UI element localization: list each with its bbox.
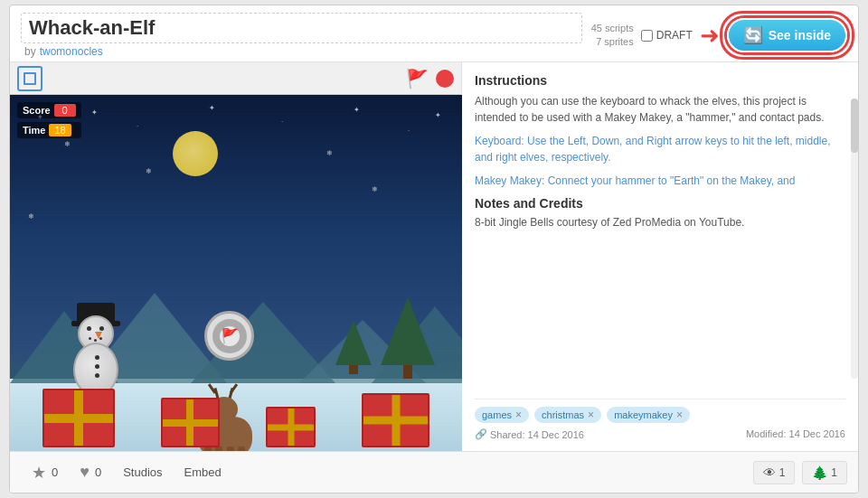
gift-4: [362, 393, 429, 447]
arrow-icon: ➜: [700, 22, 720, 50]
love-count: 0: [95, 465, 101, 479]
snowflake-3: ❄: [326, 149, 333, 157]
star-7: ·: [408, 127, 410, 135]
star-6: ✦: [354, 106, 360, 114]
see-inside-button[interactable]: 🔄 See inside: [727, 18, 847, 52]
stop-button[interactable]: [436, 70, 454, 88]
tree-right2: [335, 320, 372, 374]
meta-row: 🔗 Shared: 14 Dec 2016 Modified: 14 Dec 2…: [475, 428, 845, 440]
score-row: Score 0: [17, 102, 81, 118]
views-count: 1: [779, 466, 786, 479]
star-icon: ★: [32, 463, 46, 483]
views-stat: 👁 1: [753, 461, 796, 484]
stats-display: 45 scripts 7 sprites: [591, 22, 634, 50]
see-inside-label: See inside: [769, 28, 831, 42]
tag-games-label: games: [482, 409, 512, 420]
score-overlay: Score 0 Time 18: [17, 102, 81, 138]
snowflake-4: ❄: [372, 185, 378, 193]
scripts-stat: 45 scripts: [591, 22, 634, 35]
embed-label: Embed: [184, 465, 222, 479]
gift-3: [266, 407, 316, 447]
instructions-section: Instructions Although you can use the ke…: [475, 73, 845, 399]
moon: [173, 131, 218, 176]
remixes-count: 1: [831, 466, 837, 479]
right-panel: Instructions Although you can use the ke…: [462, 62, 858, 451]
remixes-stat: 🌲 1: [802, 461, 847, 484]
shared-date: 14 Dec 2016: [528, 429, 584, 440]
remix-icon: 🌲: [812, 465, 827, 480]
snowflake-5: ❄: [28, 212, 34, 221]
sprites-stat: 7 sprites: [591, 35, 634, 49]
star-8: ✦: [435, 111, 441, 119]
share-icon: 🔗: [475, 428, 487, 440]
snowflake-1: ❄: [64, 140, 71, 148]
gift-2: [161, 398, 220, 447]
tag-makeymakey-remove[interactable]: ×: [676, 409, 683, 421]
tag-christmas: christmas ×: [534, 407, 601, 423]
heart-icon: ♥: [80, 463, 90, 482]
studios-button[interactable]: Studios: [112, 458, 173, 486]
tags-row: games × christmas × makeymakey ×: [475, 399, 845, 423]
makey-instructions: Makey Makey: Connect your hammer to "Ear…: [475, 173, 845, 189]
shared-text: Shared:: [490, 429, 525, 440]
gifts-container: [10, 389, 462, 447]
fullscreen-icon[interactable]: [17, 66, 42, 91]
tag-games-remove[interactable]: ×: [515, 409, 522, 421]
gift-1: [42, 389, 115, 447]
star-count: 0: [52, 465, 58, 479]
star-4: ✦: [209, 104, 215, 112]
project-title: Whack-an-Elf: [21, 13, 582, 43]
love-button[interactable]: ♥ 0: [69, 456, 112, 489]
tag-makeymakey: makeymakey ×: [607, 407, 690, 423]
tag-makeymakey-label: makeymakey: [614, 409, 673, 420]
green-flag-button[interactable]: 🚩: [406, 68, 429, 89]
tag-christmas-remove[interactable]: ×: [588, 409, 594, 421]
tag-games: games ×: [475, 407, 529, 423]
game-canvas[interactable]: ✦ ✦ · ✦ · ✦ · ✦ ❄ ❄ ❄ ❄ ❄: [10, 95, 462, 451]
see-inside-wrapper: 🔄 See inside: [727, 18, 847, 52]
tree-right: [381, 297, 435, 379]
instructions-body: Although you can use the keyboard to wha…: [475, 93, 845, 126]
draft-input[interactable]: [641, 30, 653, 42]
keyboard-instructions: Keyboard: Use the Left, Down, and Right …: [475, 133, 845, 165]
time-row: Time 18: [17, 122, 81, 138]
target-circle: 🚩: [204, 311, 254, 361]
time-label: Time: [23, 125, 45, 136]
star-button[interactable]: ★ 0: [21, 456, 69, 490]
modified-date: 14 Dec 2016: [789, 428, 845, 439]
game-area: v462.1 🚩 ✦ ✦ · ✦ · ✦ · ✦ ❄ ❄ ❄: [10, 62, 462, 451]
modified-meta: Modified: 14 Dec 2016: [746, 428, 845, 440]
notes-title: Notes and Credits: [475, 196, 845, 211]
footer: ★ 0 ♥ 0 Studios Embed 👁 1 🌲 1: [10, 451, 858, 493]
scrollbar[interactable]: [851, 99, 858, 379]
scrollbar-thumb[interactable]: [851, 99, 858, 153]
game-toolbar: v462.1 🚩: [10, 62, 461, 95]
time-value: 18: [49, 124, 71, 136]
see-inside-icon: 🔄: [743, 25, 763, 45]
instructions-title: Instructions: [475, 73, 845, 88]
star-3: ·: [137, 122, 138, 130]
shared-meta: 🔗 Shared: 14 Dec 2016: [475, 428, 584, 440]
star-2: ✦: [91, 108, 98, 117]
snowman-character: [64, 306, 127, 397]
by-label: by: [24, 45, 36, 58]
star-5: ·: [281, 117, 283, 126]
score-value: 0: [54, 104, 76, 117]
score-label: Score: [23, 105, 51, 116]
footer-right: 👁 1 🌲 1: [753, 461, 847, 484]
tag-christmas-label: christmas: [542, 409, 584, 420]
draft-checkbox[interactable]: DRAFT: [641, 29, 693, 42]
snowflake-2: ❄: [146, 167, 152, 175]
draft-label: DRAFT: [656, 29, 693, 42]
embed-button[interactable]: Embed: [174, 458, 232, 486]
eye-icon: 👁: [763, 465, 776, 480]
target-flag-icon: 🚩: [221, 327, 239, 344]
modified-label: Modified:: [746, 428, 787, 439]
shared-label: 🔗 Shared: 14 Dec 2016: [475, 428, 584, 440]
notes-body: 8-bit Jingle Bells courtesy of Zed ProMe…: [475, 214, 845, 230]
author-link[interactable]: twomonocles: [40, 45, 103, 58]
studios-label: Studios: [123, 465, 162, 479]
